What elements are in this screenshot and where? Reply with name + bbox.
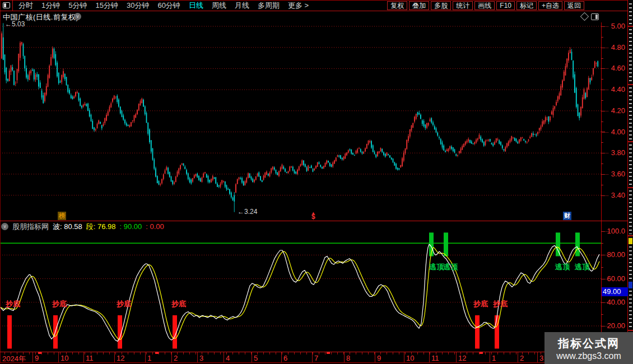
axis-tick (601, 255, 605, 255)
timeline-event-mark (327, 352, 330, 354)
timeline-tick (165, 352, 165, 354)
toolbar-button-3[interactable]: 统计 (453, 1, 473, 10)
timeline-month-label: 2 (174, 354, 178, 362)
timeline-month-separator (518, 352, 518, 362)
chevron-down-icon[interactable]: ∨ (74, 13, 81, 20)
indicator-header-segment-0: 股朋指标网 (12, 222, 49, 232)
axis-tick (601, 58, 603, 59)
panel-layout-icon[interactable] (0, 0, 13, 11)
finance-badge[interactable]: 财 (563, 212, 571, 220)
buy-signal-label: 抄底 (171, 299, 186, 309)
timeline-month-separator (537, 352, 538, 362)
timeline-month-label: 10 (406, 354, 414, 362)
timeline-tick (343, 352, 344, 354)
timeline-tick (263, 352, 264, 354)
timeline-tick (473, 352, 473, 354)
toolbar-button-2[interactable]: 多股 (431, 1, 451, 10)
timeline-tick (522, 352, 523, 354)
timeline-tick (23, 352, 24, 354)
timeline-month-label: 5 (254, 354, 258, 362)
dividend-marker[interactable]: ▲ $ (311, 212, 315, 220)
timeline-month-separator (197, 352, 198, 362)
toolbar-button-8[interactable]: 返回 (564, 1, 584, 10)
sell-signal-label: 逃顶 (555, 262, 570, 272)
tab-period-2[interactable]: 5分钟 (68, 1, 87, 11)
timeline-month-label: 1 (147, 354, 151, 362)
timeline-tick (103, 352, 104, 354)
timeline-tick (442, 352, 443, 354)
timeline-month-label: 12 (117, 354, 124, 362)
axis-tick (601, 122, 603, 122)
timeline-tick (313, 352, 313, 354)
timeline-tick (159, 352, 159, 354)
timeline-tick (78, 352, 79, 354)
timeline-tick (423, 352, 424, 354)
timeline-month-label: 12 (458, 354, 466, 362)
tab-period-3[interactable]: 15分钟 (95, 1, 118, 11)
timeline-tick (380, 352, 381, 354)
indicator-header-segment-1: 波: 80.58 (53, 222, 82, 232)
main-candlestick-chart[interactable] (0, 22, 601, 221)
toolbar-button-4[interactable]: 画线 (474, 1, 495, 10)
timeline-month-separator (456, 352, 457, 362)
tab-period-8[interactable]: 月线 (235, 1, 249, 11)
tab-period-10[interactable]: 更多 > (288, 1, 309, 11)
timeline-month-separator (145, 352, 146, 362)
timeline-month-label: 10 (60, 354, 68, 362)
toolbar-button-1[interactable]: 叠加 (409, 1, 429, 10)
indicator-current-value: 49.00 (602, 287, 628, 296)
chevron-down-icon[interactable]: ∨ (1, 223, 8, 230)
axis-tick (601, 267, 603, 268)
top-toolbar: 分时1分钟5分钟15分钟30分钟60分钟日线周线月线多周期更多 > 复权叠加多股… (0, 0, 628, 11)
timeline-month-separator (32, 352, 33, 362)
timeline-separator-top (0, 352, 628, 352)
timeline-tick (48, 352, 48, 354)
tab-period-6[interactable]: 日线 (189, 1, 203, 11)
axis-tick (601, 153, 605, 153)
timeline-tick (122, 352, 122, 354)
tab-period-0[interactable]: 分时 (18, 1, 33, 11)
timeline-tick (4, 352, 5, 354)
timeline-tick (245, 352, 245, 354)
sell-signal-label: 逃顶 (429, 262, 444, 272)
axis-tick (601, 68, 605, 69)
timeline-tick (387, 352, 387, 354)
low-price-marker: ←3.24 (238, 208, 257, 216)
timeline-tick (504, 352, 504, 354)
axis-tick (601, 37, 603, 38)
axis-tick (601, 185, 603, 185)
tab-period-9[interactable]: 多周期 (258, 1, 280, 11)
tab-period-1[interactable]: 1分钟 (41, 1, 60, 11)
timeline-tick (288, 352, 288, 354)
toolbar-button-5[interactable]: F10 (496, 1, 515, 10)
timeline-tick (541, 352, 541, 354)
timeline-month-label: 4 (226, 354, 230, 362)
timeline-tick (257, 352, 258, 354)
timeline-tick (128, 352, 128, 354)
tab-period-5[interactable]: 60分钟 (157, 1, 180, 11)
timeline-tick (448, 352, 449, 354)
timeline-tick (417, 352, 418, 354)
toolbar-button-6[interactable]: 标记 (516, 1, 537, 10)
timeline-tick (171, 352, 171, 354)
timeline-tick (393, 352, 393, 354)
tab-period-4[interactable]: 30分钟 (127, 1, 149, 11)
panel-toggle-icon[interactable] (591, 13, 599, 20)
rank-badge[interactable]: 榜 (58, 212, 66, 220)
timeline-tick (528, 352, 529, 354)
toolbar-button-7[interactable]: +自选 (538, 1, 562, 10)
toolbar-buttons: 复权叠加多股统计画线F10标记+自选返回 (387, 1, 628, 10)
timeline-event-mark (480, 352, 483, 354)
sell-signal-label: 逃顶 (443, 262, 458, 272)
tab-period-7[interactable]: 周线 (212, 1, 226, 11)
timeline-tick (208, 352, 208, 354)
timeline-event-mark (155, 352, 159, 354)
timeline-tick (454, 352, 455, 354)
buy-signal-label: 抄底 (117, 299, 131, 309)
timeline-tick (214, 352, 215, 354)
toolbar-button-0[interactable]: 复权 (387, 1, 407, 10)
timeline-tick (202, 352, 202, 354)
diamond-icon[interactable] (580, 12, 589, 21)
indicator-header: ∨ 股朋指标网波: 80.58段: 76.98: 90.00: 0.00 (1, 222, 164, 231)
indicator-chart[interactable] (0, 221, 601, 352)
